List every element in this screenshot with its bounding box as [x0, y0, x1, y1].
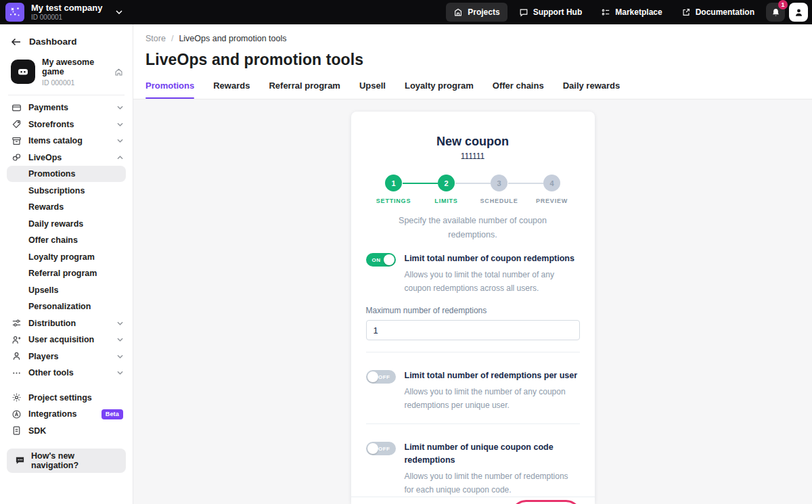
toggle-description: Allows you to limit the number of redemp… [405, 469, 580, 497]
liveops-icon [11, 152, 22, 162]
chevron-down-icon [117, 321, 123, 325]
sidebar-item-label: Payments [28, 103, 110, 112]
wizard-description: Specify the available number of coupon r… [385, 214, 561, 242]
sidebar-subitem-label: Offer chains [28, 235, 78, 245]
chevron-down-icon [117, 139, 123, 143]
step-schedule[interactable]: 3 SCHEDULE [473, 175, 526, 204]
help-label: How's new navigation? [31, 451, 118, 470]
step-limits[interactable]: 2 LIMITS [420, 175, 473, 204]
sidebar-item-distribution[interactable]: Distribution [0, 315, 133, 331]
max-redemptions-input[interactable] [366, 320, 580, 340]
items-catalog-icon [11, 136, 22, 146]
tab-upsell[interactable]: Upsell [359, 81, 386, 99]
sidebar-back-dashboard[interactable]: Dashboard [0, 34, 133, 53]
sidebar-item-offer-chains[interactable]: Offer chains [0, 232, 133, 249]
sidebar-item-project-settings[interactable]: Project settings [0, 389, 133, 406]
sidebar-divider [8, 95, 125, 95]
step-settings[interactable]: 1 SETTINGS [367, 175, 420, 204]
sidebar-item-subscriptions[interactable]: Subscriptions [0, 182, 133, 199]
toggle-unique-code[interactable]: OFF [366, 442, 396, 455]
company-name: My test company [31, 3, 102, 13]
toggle-label: Limit total number of redemptions per us… [405, 369, 580, 382]
sidebar-item-label: SDK [28, 426, 123, 436]
whats-new-navigation-button[interactable]: How's new navigation? [7, 449, 126, 473]
sidebar-item-upsells[interactable]: Upsells [0, 281, 133, 298]
step-circle: 1 [385, 175, 402, 191]
sidebar-item-payments[interactable]: Payments [0, 99, 133, 116]
toggle-row-per-user: OFF Limit total number of redemptions pe… [366, 369, 580, 412]
sidebar-item-liveops[interactable]: LiveOps [0, 149, 133, 166]
home-icon[interactable] [114, 68, 123, 76]
sidebar-item-sdk[interactable]: SDK [0, 422, 133, 439]
topnav-label: Projects [468, 7, 499, 17]
tab-promotions[interactable]: Promotions [145, 81, 194, 99]
topnav-documentation[interactable]: Documentation [674, 3, 762, 22]
step-circle: 3 [491, 175, 508, 191]
sidebar: Dashboard My awesome game ID 000001 Paym… [0, 24, 133, 504]
toggle-knob [367, 371, 378, 382]
sidebar-subitem-label: Personalization [28, 302, 91, 311]
chevron-up-icon [117, 156, 123, 160]
breadcrumb-store[interactable]: Store [145, 34, 166, 43]
step-label: SETTINGS [376, 198, 411, 204]
sidebar-group-gap [0, 381, 133, 389]
sidebar-item-personalization[interactable]: Personalization [0, 298, 133, 315]
step-circle: 4 [543, 175, 560, 191]
breadcrumb-current: LiveOps and promotion tools [179, 34, 286, 43]
step-label: SCHEDULE [480, 198, 518, 204]
chevron-down-icon [117, 354, 123, 359]
tab-rewards[interactable]: Rewards [213, 81, 250, 99]
user-icon [794, 7, 804, 18]
tab-loyalty-program[interactable]: Loyalty program [405, 81, 474, 99]
step-label: PREVIEW [536, 198, 568, 204]
toggle-label: Limit total number of coupon redemptions [405, 252, 580, 265]
step-preview[interactable]: 4 PREVIEW [526, 175, 579, 204]
sidebar-item-players[interactable]: Players [0, 348, 133, 365]
sidebar-item-loyalty-program[interactable]: Loyalty program [0, 248, 133, 265]
sidebar-item-integrations[interactable]: Integrations Beta [0, 406, 133, 423]
sidebar-item-other-tools[interactable]: Other tools [0, 365, 133, 382]
max-redemptions-field: Maximum number of redemptions [366, 306, 580, 340]
sidebar-item-label: User acquisition [28, 335, 110, 344]
toggle-total-redemptions[interactable]: ON [366, 253, 396, 267]
document-icon [11, 426, 22, 436]
section-divider [366, 423, 580, 424]
topnav-label: Support Hub [533, 7, 583, 17]
sidebar-item-referral-program[interactable]: Referral program [0, 265, 133, 282]
sidebar-item-label: Storefronts [28, 120, 110, 129]
tab-referral-program[interactable]: Referral program [269, 81, 340, 99]
chevron-down-icon [117, 338, 123, 342]
marketplace-icon [601, 7, 610, 17]
notifications-button[interactable]: 1 [766, 3, 785, 22]
wizard-title: New coupon [366, 135, 580, 149]
sidebar-item-user-acquisition[interactable]: User acquisition [0, 331, 133, 348]
sidebar-item-storefronts[interactable]: Storefronts [0, 116, 133, 133]
tab-offer-chains[interactable]: Offer chains [493, 81, 544, 99]
highlight-ring: NEXT [511, 500, 581, 504]
sidebar-item-label: Distribution [28, 319, 110, 328]
toggle-description: Allows you to limit the number of any co… [405, 385, 580, 412]
topnav-marketplace[interactable]: Marketplace [593, 3, 669, 22]
content-area: New coupon 111111 1 SETTINGS 2 LIMITS 3 [133, 99, 812, 504]
toggle-per-user[interactable]: OFF [366, 370, 396, 384]
sidebar-item-items-catalog[interactable]: Items catalog [0, 133, 133, 150]
toggle-knob [367, 443, 378, 454]
wizard-coupon-code: 111111 [366, 152, 580, 161]
wizard-footer: DISCARD Back NEXT [351, 497, 595, 504]
tab-bar: Promotions Rewards Referral program Upse… [145, 81, 812, 99]
back-arrow-icon [11, 38, 21, 46]
topnav-support-hub[interactable]: Support Hub [512, 3, 590, 22]
sidebar-item-promotions[interactable]: Promotions [7, 166, 126, 183]
sidebar-item-rewards[interactable]: Rewards [0, 199, 133, 216]
sidebar-back-label: Dashboard [29, 37, 77, 47]
project-card[interactable]: My awesome game ID 000001 [0, 53, 133, 93]
sidebar-item-daily-rewards[interactable]: Daily rewards [0, 215, 133, 232]
ellipsis-icon [11, 368, 22, 378]
company-switcher[interactable]: My test company ID 000001 [5, 3, 122, 22]
account-button[interactable] [789, 3, 808, 22]
chevron-down-icon [117, 106, 123, 110]
chat-bubble-icon [15, 455, 25, 465]
tab-daily-rewards[interactable]: Daily rewards [563, 81, 621, 99]
topnav-projects[interactable]: Projects [446, 3, 507, 22]
toggle-knob [384, 254, 394, 265]
